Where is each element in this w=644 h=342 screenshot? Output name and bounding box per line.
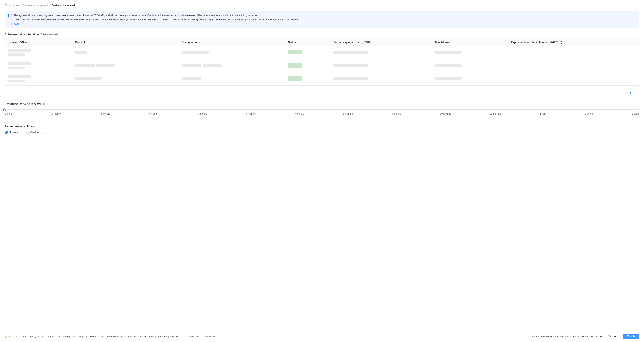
expand-link[interactable]: Expand	[11, 22, 20, 25]
label-8months: 8 months	[343, 112, 352, 115]
radio-custom[interactable]: Custom i	[26, 131, 43, 134]
label-1year: 1 year	[540, 112, 546, 115]
footer-warning: ⚠ Some of the resources you have selecte…	[5, 335, 216, 338]
breadcrumb-sep-1: >	[20, 4, 22, 7]
custom-info-icon[interactable]: i	[41, 131, 44, 134]
label-5months: 5 months	[198, 112, 207, 115]
radio-custom-label: Custom	[30, 131, 40, 134]
radio-unlimited-label: Unlimited	[9, 131, 20, 134]
page-1-button[interactable]: 1	[628, 90, 633, 96]
table-row	[5, 72, 639, 85]
cancel-button[interactable]: Cancel	[604, 334, 621, 339]
renewal-times-title: Set auto-renewal times	[5, 125, 639, 128]
warning-icon: ⚠	[5, 335, 7, 338]
items-badge: 3 items selected	[41, 33, 58, 36]
table-row	[5, 46, 639, 59]
breadcrumb-billing[interactable]: Billing center	[5, 4, 19, 7]
label-7months: 7 months	[294, 112, 304, 115]
agreement-text: I have read the renewal instructions and…	[532, 335, 602, 338]
radio-group: Unlimited Custom i	[5, 131, 639, 134]
slider-wrapper: 1 month 2 months 3 months 4 months 5 mon…	[5, 110, 639, 121]
info-line-1: 1. The system will start charging seven …	[11, 14, 636, 18]
label-1month: 1 month	[5, 112, 13, 115]
col-product: Product	[72, 38, 178, 46]
agreement-checkbox-label[interactable]: I have read the renewal instructions and…	[528, 335, 602, 338]
enable-button[interactable]: Enable	[623, 334, 639, 339]
slider-labels: 1 month 2 months 3 months 4 months 5 mon…	[5, 112, 639, 115]
col-new-expiry: Expiration time after auto-renewal (UTC+…	[508, 38, 639, 46]
table-row	[5, 59, 639, 72]
agreement-checkbox[interactable]	[528, 335, 531, 338]
label-4months: 4 months	[149, 112, 158, 115]
col-instance: Instance ID/Name	[5, 38, 72, 46]
info-icon: ℹ	[8, 14, 9, 25]
label-11months: 11 months	[490, 112, 501, 115]
label-10months: 10 months	[440, 112, 451, 115]
footer-bar: ⚠ Some of the resources you have selecte…	[0, 330, 644, 342]
info-line-2: 2. Resources with auto-renewal enabled c…	[11, 18, 636, 22]
confirmation-table: Instance ID/Name Product Configuration S…	[5, 38, 639, 86]
breadcrumb-sep-2: >	[49, 4, 50, 7]
footer-actions: I have read the renewal instructions and…	[528, 334, 639, 339]
label-3years: 3 years	[632, 112, 639, 115]
slider-thumb[interactable]	[3, 108, 6, 111]
warning-text: Some of the resources you have selected …	[9, 335, 216, 338]
label-3months: 3 months	[100, 112, 110, 115]
col-countdown: Countdowns	[432, 38, 508, 46]
label-6months: 6 months	[246, 112, 256, 115]
label-2years: 2 years	[585, 112, 593, 115]
info-box: ℹ 1. The system will start charging seve…	[5, 10, 639, 28]
interval-title: Set interval for auto-renewal i	[5, 102, 639, 106]
breadcrumb: Billing center > Renewal management > En…	[5, 4, 639, 7]
confirmation-title: Auto-renewal confirmation 3 items select…	[5, 33, 639, 36]
label-2months: 2 months	[52, 112, 62, 115]
radio-unlimited[interactable]: Unlimited	[5, 131, 20, 134]
radio-custom-outer	[26, 131, 29, 134]
label-9months: 9 months	[392, 112, 401, 115]
radio-unlimited-inner	[6, 132, 7, 133]
radio-unlimited-outer	[5, 131, 8, 134]
table-header-row: Instance ID/Name Product Configuration S…	[5, 38, 639, 46]
prev-page-button[interactable]: ‹	[622, 90, 627, 96]
col-status: Status	[285, 38, 330, 46]
breadcrumb-current: Enable auto-renewal	[52, 4, 75, 7]
breadcrumb-renewal[interactable]: Renewal management	[23, 4, 48, 7]
renewal-times-section: Set auto-renewal times Unlimited Custom …	[5, 125, 639, 134]
pagination: ‹ 1 ›	[5, 88, 639, 98]
next-page-button[interactable]: ›	[634, 90, 639, 96]
col-expiry: Current expiration time (UTC+8)	[330, 38, 432, 46]
interval-section: Set interval for auto-renewal i 1 month …	[5, 102, 639, 121]
col-config: Configuration	[178, 38, 285, 46]
slider-track[interactable]	[5, 110, 639, 110]
info-text: 1. The system will start charging seven …	[11, 14, 636, 25]
interval-info-icon[interactable]: i	[42, 103, 45, 106]
